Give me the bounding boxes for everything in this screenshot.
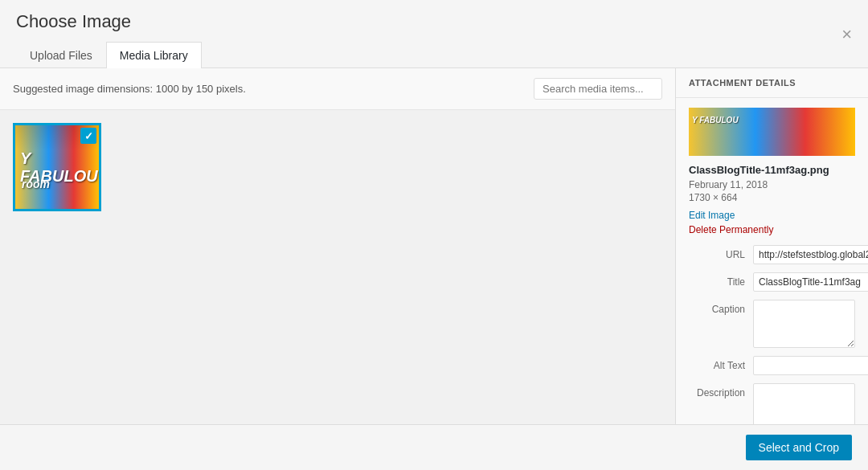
caption-textarea[interactable] (753, 300, 855, 348)
attachment-details-header: ATTACHMENT DETAILS (676, 68, 868, 98)
attachment-date: February 11, 2018 (689, 179, 855, 190)
url-input[interactable] (753, 245, 868, 264)
modal-footer: Select and Crop (0, 424, 868, 470)
modal-header: Choose Image Upload Files Media Library … (0, 0, 868, 68)
alt-text-label: Alt Text (689, 356, 753, 371)
choose-image-modal: Choose Image Upload Files Media Library … (0, 0, 868, 470)
description-textarea[interactable] (753, 383, 855, 424)
media-toolbar: Suggested image dimensions: 1000 by 150 … (0, 68, 675, 110)
attachment-filename: ClassBlogTitle-11mf3ag.png (689, 164, 855, 176)
attachment-thumb-text: Y FABULOU (692, 116, 739, 125)
alt-text-input[interactable] (753, 356, 868, 375)
list-item[interactable]: Y FABULOU room (13, 123, 101, 211)
attachment-thumbnail: Y FABULOU (689, 108, 855, 156)
edit-image-link[interactable]: Edit Image (689, 210, 855, 221)
modal-title: Choose Image (16, 11, 202, 32)
selected-checkmark (80, 128, 96, 144)
title-field-row: Title (689, 272, 855, 292)
tabs: Upload Files Media Library (16, 42, 202, 67)
description-field-row: Description (689, 383, 855, 424)
media-grid: Y FABULOU room (0, 110, 675, 424)
description-label: Description (689, 383, 753, 398)
media-img-text-line2: room (22, 178, 50, 190)
title-label: Title (689, 272, 753, 288)
tab-media-library[interactable]: Media Library (106, 42, 202, 68)
search-input[interactable] (534, 78, 662, 100)
select-and-crop-button[interactable]: Select and Crop (746, 435, 852, 460)
attachment-dimensions: 1730 × 664 (689, 192, 855, 203)
attachment-fields: URL Title Caption Alt Text (689, 245, 855, 424)
attachment-details-sidebar: ATTACHMENT DETAILS Y FABULOU ClassBlogTi… (675, 68, 868, 424)
delete-permanently-link[interactable]: Delete Permanently (689, 224, 855, 235)
modal-body: Suggested image dimensions: 1000 by 150 … (0, 68, 868, 424)
title-input[interactable] (753, 272, 868, 292)
url-field-row: URL (689, 245, 855, 264)
suggested-dimensions-text: Suggested image dimensions: 1000 by 150 … (13, 83, 246, 95)
close-button[interactable]: × (841, 26, 852, 43)
tab-upload-files[interactable]: Upload Files (16, 42, 106, 68)
caption-field-row: Caption (689, 300, 855, 348)
caption-label: Caption (689, 300, 753, 315)
attachment-details-body: Y FABULOU ClassBlogTitle-11mf3ag.png Feb… (676, 98, 868, 424)
alt-text-field-row: Alt Text (689, 356, 855, 375)
url-label: URL (689, 245, 753, 260)
media-area: Suggested image dimensions: 1000 by 150 … (0, 68, 675, 424)
